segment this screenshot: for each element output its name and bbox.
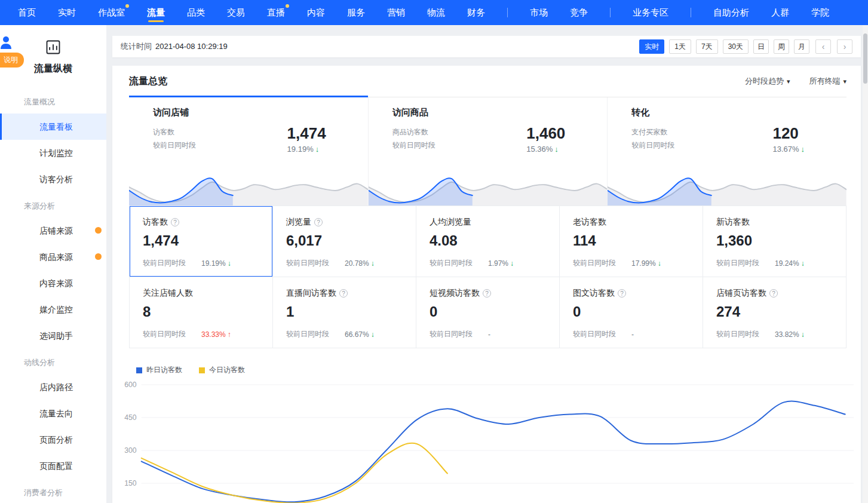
nav-label: 竞争 (570, 7, 588, 17)
sidebar-item-traffic-dashboard[interactable]: 流量看板 (0, 114, 106, 140)
info-icon[interactable]: ? (314, 218, 323, 226)
legend-item-today[interactable]: 今日访客数 (199, 365, 245, 375)
note-tag[interactable]: 说明 (0, 53, 24, 68)
range-button-day[interactable]: 日 (753, 39, 769, 54)
compare-label: 较前日同时段 (392, 139, 435, 152)
scrollbar[interactable] (863, 25, 868, 503)
nav-item-competition[interactable]: 竞争 (570, 0, 588, 25)
legend-label: 昨日访客数 (146, 365, 182, 375)
panel-shop-visit[interactable]: 访问店铺 访客数 较前日同时段 1,474 19.19% ↓ (129, 97, 369, 206)
range-button-realtime[interactable]: 实时 (639, 39, 664, 54)
nav-item-self-analysis[interactable]: 自助分析 (713, 0, 749, 25)
sidebar-item-word-assistant[interactable]: 选词助手 (0, 323, 106, 349)
chart-legend: 昨日访客数 今日访客数 (136, 365, 846, 375)
legend-swatch (199, 367, 205, 373)
sidebar-item-shop-source[interactable]: 店铺来源 (0, 217, 106, 244)
nav-item-marketing[interactable]: 营销 (387, 0, 405, 25)
panel-value: 120 (772, 125, 805, 141)
range-button-week[interactable]: 周 (774, 39, 789, 54)
change-indicator: 66.67%↓ (345, 330, 375, 339)
panel-value: 1,460 (526, 125, 565, 141)
nav-item-academy[interactable]: 学院 (811, 0, 829, 25)
sidebar-item-label: 流量看板 (39, 122, 73, 131)
range-button-1d[interactable]: 1天 (669, 39, 691, 54)
metric-title: 老访客数 (573, 217, 606, 228)
terminal-select[interactable]: 所有终端 ▾ (809, 76, 846, 87)
trend-mode-select[interactable]: 分时段趋势 ▾ (745, 76, 790, 87)
metric-card-pageviews[interactable]: 浏览量? 6,017 较前日同时段 20.78%↓ (273, 206, 416, 277)
sidebar-group-consumer-analysis: 消费者分析 (0, 479, 106, 503)
sidebar-item-page-analysis[interactable]: 页面分析 (0, 427, 106, 453)
nav-item-category[interactable]: 品类 (187, 0, 205, 25)
sidebar-item-page-config[interactable]: 页面配置 (0, 453, 106, 479)
nav-label: 自助分析 (713, 7, 749, 17)
change-indicator: 19.24%↓ (775, 259, 805, 268)
sidebar-item-product-source[interactable]: 商品来源 (0, 244, 106, 270)
metric-label: 商品访客数 (392, 125, 435, 139)
metric-card-shop-followers[interactable]: 关注店铺人数 8 较前日同时段 33.33%↑ (130, 277, 273, 348)
range-button-30d[interactable]: 30天 (723, 39, 749, 54)
compare-label: 较前日同时段 (430, 329, 473, 339)
panel-conversion[interactable]: 转化 支付买家数 较前日同时段 120 13.67% ↓ (608, 97, 846, 206)
svg-text:150: 150 (124, 479, 137, 487)
info-icon[interactable]: ? (339, 289, 348, 297)
scrollbar-thumb[interactable] (863, 33, 867, 84)
chevron-left-icon[interactable]: ‹ (815, 39, 831, 54)
change-indicator: 17.99%↓ (631, 259, 661, 268)
metric-card-avg-pageviews[interactable]: 人均浏览量 4.08 较前日同时段 1.97%↓ (416, 206, 560, 277)
nav-item-market[interactable]: 市场 (530, 0, 548, 25)
info-icon[interactable]: ? (769, 289, 778, 297)
sidebar-item-media-monitor[interactable]: 媒介监控 (0, 296, 106, 323)
metric-card-visitors[interactable]: 访客数? 1,474 较前日同时段 19.19%↓ (130, 206, 273, 277)
nav-label: 服务 (347, 7, 365, 17)
info-icon[interactable]: ? (171, 218, 179, 226)
metric-card-returning-visitors[interactable]: 老访客数 114 较前日同时段 17.99%↓ (560, 206, 703, 277)
info-icon[interactable]: ? (618, 289, 626, 297)
nav-item-home[interactable]: 首页 (18, 0, 36, 25)
info-icon[interactable]: ? (483, 289, 491, 297)
sidebar: 流量纵横 流量概况 流量看板 计划监控 访客分析 来源分析 店铺来源 商品来源 … (0, 25, 106, 503)
legend-label: 今日访客数 (209, 365, 245, 375)
sidebar-item-traffic-destination[interactable]: 流量去向 (0, 400, 106, 427)
visitor-trend-chart[interactable]: 150300450600 (119, 380, 854, 503)
metric-grid: 访客数? 1,474 较前日同时段 19.19%↓ 浏览量? 6,017 较前日… (129, 206, 846, 348)
stat-time-bar: 统计时间2021-04-08 10:29:19 实时 1天 7天 30天 日 周… (112, 36, 861, 57)
metric-card-image-text-visitors[interactable]: 图文访客数? 0 较前日同时段 - (560, 277, 703, 348)
metric-card-live-room-visitors[interactable]: 直播间访客数? 1 较前日同时段 66.67%↓ (273, 277, 416, 348)
nav-item-business-zone[interactable]: 业务专区 (633, 0, 668, 25)
nav-item-content[interactable]: 内容 (307, 0, 325, 25)
trend-mode-label: 分时段趋势 (745, 76, 784, 87)
metric-card-shop-page-visitors[interactable]: 店铺页访客数? 274 较前日同时段 33.82%↓ (703, 277, 846, 348)
metric-card-short-video-visitors[interactable]: 短视频访客数? 0 较前日同时段 - (416, 277, 560, 348)
nav-label: 实时 (58, 7, 76, 17)
change-percent: 19.19% (287, 145, 314, 154)
nav-item-traffic[interactable]: 流量 (147, 0, 165, 25)
nav-divider (610, 8, 611, 17)
nav-item-realtime[interactable]: 实时 (58, 0, 76, 25)
sidebar-item-visitor-analysis[interactable]: 访客分析 (0, 166, 106, 192)
sidebar-item-content-source[interactable]: 内容来源 (0, 270, 106, 296)
sidebar-item-in-shop-path[interactable]: 店内路径 (0, 374, 106, 400)
nav-item-trade[interactable]: 交易 (227, 0, 245, 25)
nav-item-logistics[interactable]: 物流 (427, 0, 445, 25)
legend-item-yesterday[interactable]: 昨日访客数 (136, 365, 182, 375)
nav-item-service[interactable]: 服务 (347, 0, 365, 25)
range-button-month[interactable]: 月 (794, 39, 809, 54)
metric-card-new-visitors[interactable]: 新访客数 1,360 较前日同时段 19.24%↓ (703, 206, 846, 277)
panel-product-visit[interactable]: 访问商品 商品访客数 较前日同时段 1,460 15.36% ↓ (369, 97, 608, 206)
metric-label: 支付买家数 (631, 125, 674, 139)
metric-value: 1,474 (143, 232, 272, 249)
nav-item-audience[interactable]: 人群 (771, 0, 789, 25)
change-indicator: - (488, 330, 492, 339)
change-percent: 15.36% (526, 145, 553, 154)
chevron-right-icon[interactable]: › (837, 39, 852, 54)
nav-item-war-room[interactable]: 作战室 (98, 0, 125, 25)
sidebar-item-plan-monitor[interactable]: 计划监控 (0, 140, 106, 166)
assistant-person-icon[interactable] (0, 35, 16, 53)
metric-title: 访客数 (143, 217, 168, 228)
nav-item-live[interactable]: 直播 (267, 0, 285, 25)
nav-item-finance[interactable]: 财务 (467, 0, 485, 25)
range-button-7d[interactable]: 7天 (696, 39, 718, 54)
trend-arrow: ↓ (510, 259, 514, 268)
nav-label: 人群 (771, 7, 789, 17)
